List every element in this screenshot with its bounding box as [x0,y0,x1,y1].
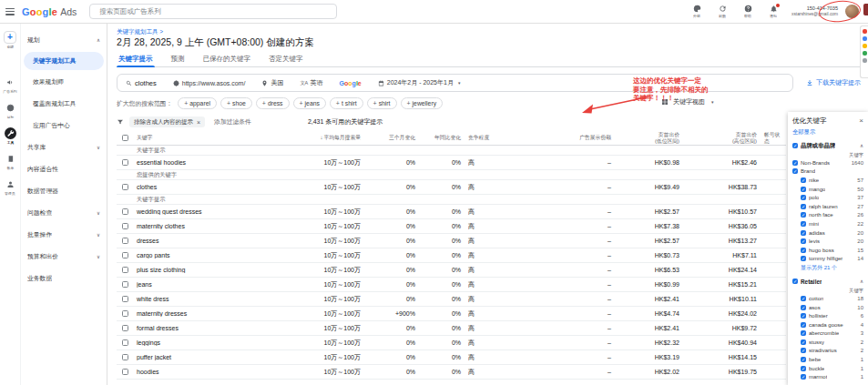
checkbox-checked[interactable]: ✓ [801,348,806,353]
filter-chip[interactable]: 排除含成人内容的提示 × [129,117,205,127]
refine-item[interactable]: ✓hugo boss15 [792,246,863,255]
global-search-box[interactable] [89,4,337,19]
tab-关键字提示[interactable]: 关键字提示 [117,52,155,66]
keyword-cell[interactable]: leggings [133,339,301,346]
keyword-cell[interactable]: plus size clothing [133,267,301,273]
refine-item[interactable]: ✓marmot1 [792,372,863,381]
keyword-view-dropdown[interactable]: 关键字视图 [673,97,705,106]
row-checkbox[interactable] [122,159,128,166]
add-filter-button[interactable]: 添加过滤条件 [214,117,251,127]
refine-item[interactable]: ✓polo37 [792,193,863,202]
checkbox-checked[interactable]: ✓ [801,204,806,209]
subnav-item[interactable]: 预算和出价∨ [21,246,107,268]
topbar-action-refresh[interactable]: 刷新 [713,5,731,18]
keyword-cell[interactable]: puffer jacket [133,354,301,360]
download-keywords-button[interactable]: 下载关键字提示 [806,78,861,87]
row-checkbox[interactable] [122,281,128,288]
row-checkbox[interactable] [122,354,128,360]
show-more-link[interactable]: 显示另外 21 个 [792,263,863,273]
extension-icon[interactable] [863,51,867,56]
keyword-cell[interactable]: dresses [133,238,301,244]
subnav-item[interactable]: 应用广告中心 [21,115,107,137]
checkbox-checked[interactable]: ✓ [801,296,806,301]
rail-item-billing[interactable]: 帐单 [5,153,16,170]
refine-item[interactable]: ✓mini22 [792,219,863,228]
suggestion-chip[interactable]: +shoe [220,97,252,109]
refine-section-header[interactable]: ✓Retailer∧ [792,276,863,287]
refine-item[interactable]: ✓stradivarius2 [792,347,863,356]
row-checkbox[interactable] [122,339,128,346]
rail-item-campaigns[interactable]: 广告系列 [2,76,18,94]
suggestion-chip[interactable]: +jeans [293,97,326,109]
row-checkbox[interactable] [122,184,128,190]
refine-item[interactable]: ✓stussy2 [792,338,863,347]
extension-icon[interactable] [863,36,867,41]
refine-item[interactable]: ✓adidas20 [792,228,863,238]
keyword-cell[interactable]: cargo pants [133,252,301,258]
subnav-item[interactable]: 内容适合性 [21,158,107,180]
subnav-item[interactable]: 关键字规划工具 [24,52,104,70]
remove-filter-icon[interactable]: × [197,119,200,126]
tab-否定关键字[interactable]: 否定关键字 [267,52,305,66]
row-checkbox[interactable] [122,252,128,258]
subnav-item[interactable]: 共享库∨ [21,137,107,158]
subnav-item[interactable]: 业务数据 [21,268,107,289]
rail-item-tools[interactable]: 工具 [5,127,16,145]
keyword-cell[interactable]: essential hoodies [133,159,301,166]
keyword-cell[interactable]: white dress [133,296,301,302]
checkbox-checked[interactable]: ✓ [801,330,806,336]
select-all-checkbox[interactable] [122,135,128,141]
subnav-item[interactable]: 批量操作∨ [21,224,107,246]
query-keyword[interactable]: clothes [126,79,157,87]
refine-item[interactable]: ✓levis20 [792,237,863,246]
keyword-cell[interactable]: maternity clothes [133,223,301,229]
refine-item[interactable]: ✓Non-Brands1640 [792,158,863,167]
refine-item[interactable]: ✓mango50 [792,185,863,194]
refine-item[interactable]: ✓abercrombie3 [792,329,863,339]
keyword-cell[interactable]: wedding guest dresses [133,208,301,215]
checkbox-checked[interactable]: ✓ [801,195,806,200]
avatar[interactable] [845,5,859,18]
subnav-item[interactable]: 覆盖面规划工具 [21,93,107,115]
hamburger-menu-icon[interactable] [5,8,15,15]
close-icon[interactable]: × [859,117,863,125]
browser-extension-strip[interactable] [860,25,868,78]
account-info[interactable]: 150-414-7035 xstarshines@gmail.com [791,5,838,17]
row-checkbox[interactable] [122,208,128,215]
keyword-cell[interactable]: hoodies [133,369,301,375]
checkbox-checked[interactable]: ✓ [801,212,806,218]
query-language[interactable]: 文A英语 [300,78,322,87]
subnav-item[interactable]: 规划∧ [21,29,107,51]
tab-已保存的关键字[interactable]: 已保存的关键字 [201,52,253,66]
refine-section-header[interactable]: ✓品牌或非品牌∧ [792,140,863,151]
row-checkbox[interactable] [122,325,128,331]
checkbox-checked[interactable]: ✓ [801,256,806,261]
row-checkbox[interactable] [122,267,128,273]
checkbox-checked[interactable]: ✓ [801,187,806,192]
checkbox-checked[interactable]: ✓ [792,168,798,174]
rail-item-plus[interactable]: +创建 [4,31,16,49]
refine-item[interactable]: ✓buckle1 [792,364,863,373]
rail-item-goals[interactable]: 目标 [5,102,16,119]
extension-icon[interactable] [863,29,867,34]
keyword-cell[interactable]: clothes [133,184,301,190]
query-date-range[interactable]: 2024年2月 - 2025年1月▾ [378,78,461,87]
checkbox-checked[interactable]: ✓ [801,238,806,244]
checkbox-checked[interactable]: ✓ [801,230,806,236]
topbar-action-help[interactable]: 帮助 [739,5,757,18]
row-checkbox[interactable] [122,369,128,375]
topbar-action-bell[interactable]: 通知 [764,5,782,18]
rail-item-admin[interactable]: 管理员 [4,178,16,196]
checkbox-checked[interactable]: ✓ [801,248,806,253]
query-network[interactable]: Google [340,80,362,86]
suggestion-chip[interactable]: +shirt [367,97,397,109]
query-location[interactable]: 美国 [261,78,283,87]
refine-item[interactable]: ✓ralph lauren27 [792,202,863,211]
refine-item[interactable]: ✓canada goose4 [792,320,863,329]
checkbox-checked[interactable]: ✓ [801,366,806,371]
suggestion-chip[interactable]: +jewellery [401,97,444,109]
refine-item[interactable]: ✓nike57 [792,176,863,185]
refine-item[interactable]: ✓asos10 [792,303,863,312]
subnav-item[interactable]: 数据管理器 [21,180,107,202]
refine-item[interactable]: ✓hollister6 [792,311,863,320]
